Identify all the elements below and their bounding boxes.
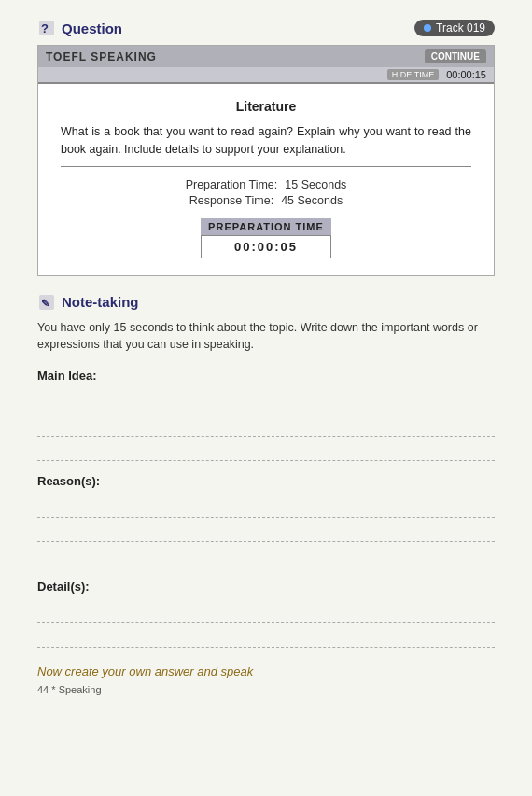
svg-text:?: ? [41, 21, 49, 35]
prep-time-box: PREPARATION TIME [201, 218, 331, 235]
time-info: Preparation Time: 15 Seconds Response Ti… [61, 178, 471, 207]
hide-time-button[interactable]: HIDE TIME [387, 69, 439, 80]
note-line[interactable] [37, 437, 495, 461]
prep-timer: 00:00:05 [201, 235, 331, 258]
note-line[interactable] [37, 623, 495, 648]
track-badge: Track 019 [414, 20, 495, 36]
note-line[interactable] [37, 388, 495, 412]
note-taking-icon: ✎ [37, 293, 56, 312]
main-idea-label: Main Idea: [37, 369, 495, 383]
toefl-label: TOEFL SPEAKING [46, 50, 157, 63]
reasons-label: Reason(s): [37, 474, 495, 488]
note-taking-section: ✎ Note-taking You have only 15 seconds t… [37, 293, 495, 696]
content-divider [61, 166, 471, 167]
note-description: You have only 15 seconds to think about … [37, 319, 495, 355]
continue-button[interactable]: CONTINUE [425, 49, 486, 63]
note-line[interactable] [37, 599, 495, 623]
toefl-topbar: TOEFL SPEAKING CONTINUE [38, 46, 494, 67]
timer-display: 00:00:15 [446, 69, 486, 80]
toefl-content-area: Literature What is a book that you want … [38, 82, 494, 275]
track-badge-dot [424, 24, 431, 32]
svg-text:✎: ✎ [41, 298, 49, 309]
note-taking-header: ✎ Note-taking [37, 293, 495, 312]
response-time-label: Response Time: [189, 194, 273, 207]
toefl-content: Literature What is a book that you want … [38, 82, 494, 275]
page-number: 44 * Speaking [37, 684, 495, 695]
note-line[interactable] [37, 412, 495, 437]
response-time-row: Response Time: 45 Seconds [189, 194, 343, 207]
question-icon: ? [37, 19, 56, 37]
prep-time-value: 15 Seconds [285, 178, 346, 191]
details-label: Detail(s): [37, 580, 495, 594]
toefl-timer-bar: HIDE TIME 00:00:15 [38, 67, 494, 82]
note-line[interactable] [37, 494, 495, 518]
note-line[interactable] [37, 542, 495, 566]
toefl-speaking-box: TOEFL SPEAKING CONTINUE HIDE TIME 00:00:… [37, 45, 495, 276]
content-title: Literature [61, 99, 471, 114]
note-line[interactable] [37, 518, 495, 542]
content-body: What is a book that you want to read aga… [61, 123, 471, 159]
response-time-value: 45 Seconds [281, 194, 343, 207]
prep-time-row: Preparation Time: 15 Seconds [186, 178, 347, 191]
prep-time-label: Preparation Time: [186, 178, 278, 191]
speak-prompt: Now create your own answer and speak [37, 664, 495, 678]
question-header: ? Question Track 019 [37, 19, 495, 37]
details-lines [37, 599, 495, 648]
reasons-lines [37, 494, 495, 566]
main-idea-lines [37, 388, 495, 461]
question-section-title: ? Question [37, 19, 122, 37]
